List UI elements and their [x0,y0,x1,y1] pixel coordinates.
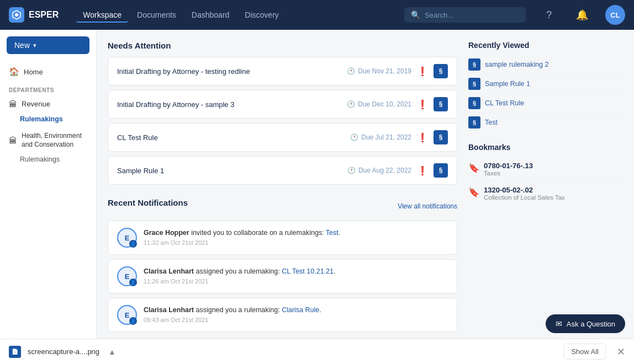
section-icon-2: § [434,130,448,144]
help-button[interactable]: ? [539,5,559,25]
notif-link-0: Test [326,229,339,237]
attention-item-2[interactable]: CL Test Rule 🕐 Due Jul 21, 2022 ❗ § [108,123,457,152]
notification-item-0[interactable]: E 👤 Grace Hopper invited you to collabor… [108,221,457,255]
file-icon: 📄 [9,346,21,358]
bookmark-code-1: 1320-05-02-.02 [484,186,565,194]
recent-notifications-section: Recent Notifications View all notificati… [108,198,457,332]
top-navigation: ESPER Workspace Documents Dashboard Disc… [0,0,634,30]
home-icon: 🏠 [9,67,19,77]
attention-item-1[interactable]: Initial Drafting by Attorney - sample 3 … [108,90,457,119]
nav-dashboard[interactable]: Dashboard [185,7,236,23]
chevron-down-icon: ▾ [33,42,36,49]
notif-text-0: Grace Hopper invited you to collaborate … [144,228,448,238]
building-icon: 🏛 [9,99,17,109]
attention-item-1-title: Initial Drafting by Attorney - sample 3 [117,100,341,109]
nav-workspace[interactable]: Workspace [76,7,128,23]
attention-item-2-title: CL Test Rule [117,133,345,142]
notif-avatar-badge-0: 👤 [129,240,137,248]
recently-item-0[interactable]: § sample rulemaking 2 [468,55,623,74]
sidebar: New ▾ 🏠 Home DEPARTMENTS 🏛 Revenue Rulem… [0,30,97,364]
recently-item-2-label: CL Test Rule [485,99,524,107]
notif-avatar-badge-2: 👤 [129,317,137,325]
view-all-notifications-link[interactable]: View all notifications [398,202,457,210]
bookmark-desc-0: Taxes [484,170,533,176]
bookmark-item-0[interactable]: 🔖 0780-01-76-.13 Taxes [468,157,623,181]
notif-link-2: Clarisa Rule [282,306,319,314]
attention-item-0-title: Initial Drafting by Attorney - testing r… [117,67,341,76]
sidebar-sub-revenue-rulemakings[interactable]: Rulemakings [0,113,96,126]
recently-icon-0: § [468,58,480,71]
bottom-bar: 📄 screencapture-a....png ▲ Show All ✕ [0,339,634,364]
notif-avatar-0: E 👤 [117,228,137,248]
needs-attention-section: Needs Attention Initial Drafting by Atto… [108,41,457,185]
recently-item-1-label: Sample Rule 1 [485,80,530,88]
alert-icon-2: ❗ [417,132,428,143]
right-column: Recently Viewed § sample rulemaking 2 § … [468,41,623,353]
nav-links: Workspace Documents Dashboard Discovery [76,7,286,23]
bookmark-item-1[interactable]: 🔖 1320-05-02-.02 Collection of Local Sal… [468,181,623,205]
notif-link-1: CL Test 10.21.21 [282,267,334,275]
notif-time-2: 09:43 am Oct 21st 2021 [144,317,448,323]
recently-item-3[interactable]: § Test [468,113,623,132]
notification-item-1[interactable]: E 👤 Clarisa Lenhart assigned you a rulem… [108,259,457,293]
alert-icon-3: ❗ [417,165,428,176]
search-input[interactable] [425,11,519,19]
attention-item-3-title: Sample Rule 1 [117,167,342,175]
search-icon: 🔍 [411,10,420,19]
building2-icon: 🏛 [9,136,17,145]
sidebar-dept-health[interactable]: 🏛 Health, Environment and Conservation [0,128,96,153]
notif-time-0: 11:32 am Oct 21st 2021 [144,239,448,246]
recently-viewed-title: Recently Viewed [468,41,623,50]
sidebar-item-home[interactable]: 🏠 Home [0,63,96,81]
nav-documents[interactable]: Documents [130,7,183,23]
notif-text-1: Clarisa Lenhart assigned you a rulemakin… [144,266,448,277]
notif-avatar-badge-1: 👤 [129,279,137,286]
bookmark-code-0: 0780-01-76-.13 [484,162,533,170]
nav-discovery[interactable]: Discovery [238,7,285,23]
recently-item-2[interactable]: § CL Test Rule [468,94,623,113]
bookmark-content-1: 1320-05-02-.02 Collection of Local Sales… [484,186,565,201]
bookmark-desc-1: Collection of Local Sales Tax [484,194,565,201]
recently-item-3-label: Test [485,119,498,126]
recently-icon-3: § [468,116,480,129]
ask-question-button[interactable]: ✉ Ask a Question [546,314,625,333]
recently-item-0-label: sample rulemaking 2 [485,61,548,68]
bookmarks-title: Bookmarks [468,143,623,152]
notification-item-2[interactable]: E 👤 Clarisa Lenhart assigned you a rulem… [108,298,457,332]
bookmark-content-0: 0780-01-76-.13 Taxes [484,162,533,176]
attention-item-3[interactable]: Sample Rule 1 🕐 Due Aug 22, 2022 ❗ § [108,156,457,185]
new-button[interactable]: New ▾ [7,36,89,54]
attention-item-1-due: 🕐 Due Dec 10, 2021 [347,100,411,108]
clock-icon-2: 🕐 [350,133,358,141]
notifications-header: Recent Notifications View all notificati… [108,198,457,214]
notif-sender-1: Clarisa Lenhart [144,267,194,275]
section-icon-0: § [434,64,448,78]
needs-attention-title: Needs Attention [108,41,457,50]
main-content: Needs Attention Initial Drafting by Atto… [97,30,634,364]
alert-icon-1: ❗ [417,99,428,110]
notif-sender-0: Grace Hopper [144,229,189,237]
attention-item-2-due: 🕐 Due Jul 21, 2022 [350,133,411,141]
notif-body-1: Clarisa Lenhart assigned you a rulemakin… [144,266,448,285]
clock-icon-3: 🕐 [347,167,356,174]
email-icon: ✉ [556,319,562,328]
recently-item-1[interactable]: § Sample Rule 1 [468,74,623,94]
attention-item-0[interactable]: Initial Drafting by Attorney - testing r… [108,57,457,85]
close-icon[interactable]: ✕ [617,346,625,358]
attention-item-0-due: 🕐 Due Nov 21, 2019 [347,67,411,75]
recently-viewed-section: Recently Viewed § sample rulemaking 2 § … [468,41,623,132]
sidebar-sub-health-rulemakings[interactable]: Rulemakings [0,153,96,166]
section-icon-3: § [434,163,448,178]
user-avatar[interactable]: CL [605,5,625,25]
sidebar-dept-revenue[interactable]: 🏛 Revenue [0,95,96,113]
notifications-title: Recent Notifications [108,198,188,207]
notifications-button[interactable]: 🔔 [572,5,592,25]
logo[interactable]: ESPER [9,7,59,23]
notif-text-2: Clarisa Lenhart assigned you a rulemakin… [144,305,448,315]
bookmark-icon-0: 🔖 [468,163,479,173]
bookmarks-section: Bookmarks 🔖 0780-01-76-.13 Taxes 🔖 1320-… [468,143,623,205]
bottom-chevron-icon[interactable]: ▲ [108,347,116,356]
section-icon-1: § [434,97,448,111]
show-all-button[interactable]: Show All [564,344,606,360]
alert-icon-0: ❗ [417,66,428,77]
